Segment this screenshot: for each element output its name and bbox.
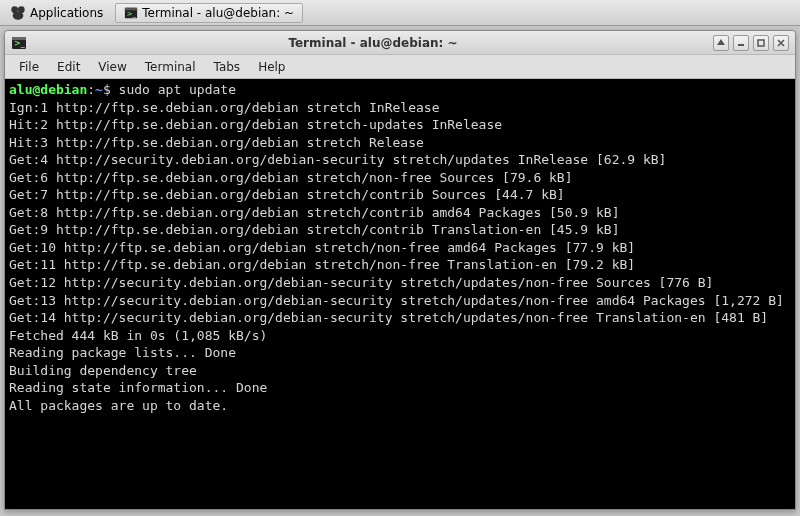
titlebar[interactable]: >_ Terminal - alu@debian: ~ [5, 31, 795, 55]
applications-label: Applications [30, 6, 103, 20]
xfce-mouse-icon [10, 5, 26, 21]
prompt-symbol: $ [103, 82, 111, 97]
terminal-icon: >_ [124, 6, 138, 20]
svg-text:>_: >_ [14, 39, 26, 48]
terminal-output[interactable]: alu@debian:~$ sudo apt update Ign:1 http… [5, 79, 795, 509]
close-button[interactable] [773, 35, 789, 51]
terminal-window: >_ Terminal - alu@debian: ~ File Edit Vi… [4, 30, 796, 510]
menu-tabs[interactable]: Tabs [206, 57, 249, 77]
menubar: File Edit View Terminal Tabs Help [5, 55, 795, 79]
taskbar-item-label: Terminal - alu@debian: ~ [142, 6, 294, 20]
svg-point-2 [13, 11, 24, 19]
svg-rect-10 [758, 40, 764, 46]
prompt-user-host: alu@debian [9, 82, 87, 97]
svg-rect-9 [738, 44, 744, 46]
menu-edit[interactable]: Edit [49, 57, 88, 77]
terminal-lines: Ign:1 http://ftp.se.debian.org/debian st… [9, 100, 784, 413]
menu-file[interactable]: File [11, 57, 47, 77]
terminal-icon: >_ [11, 35, 27, 51]
menu-terminal[interactable]: Terminal [137, 57, 204, 77]
prompt-colon: : [87, 82, 95, 97]
keep-above-button[interactable] [713, 35, 729, 51]
window-title: Terminal - alu@debian: ~ [33, 36, 713, 50]
svg-text:>_: >_ [127, 9, 137, 17]
menu-help[interactable]: Help [250, 57, 293, 77]
taskbar: Applications >_ Terminal - alu@debian: ~ [0, 0, 800, 26]
menu-view[interactable]: View [90, 57, 134, 77]
applications-menu[interactable]: Applications [4, 3, 109, 23]
maximize-button[interactable] [753, 35, 769, 51]
prompt-path: ~ [95, 82, 103, 97]
minimize-button[interactable] [733, 35, 749, 51]
taskbar-item-terminal[interactable]: >_ Terminal - alu@debian: ~ [115, 3, 303, 23]
window-controls [713, 35, 789, 51]
command-text: sudo apt update [119, 82, 236, 97]
